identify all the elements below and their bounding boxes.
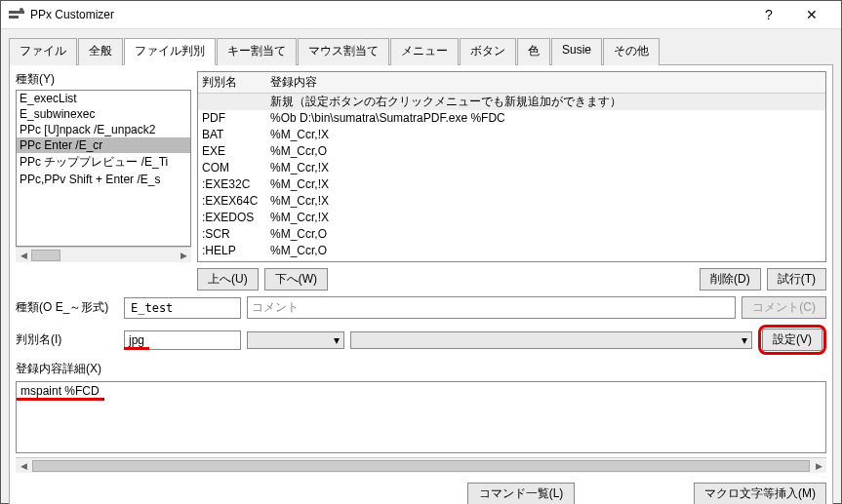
name-field-label: 判別名(I) — [16, 331, 118, 348]
grid-row[interactable]: BAT%M_Ccr,!X — [198, 127, 825, 143]
kind-input[interactable] — [124, 297, 241, 319]
setting-button[interactable]: 設定(V) — [762, 329, 822, 351]
tab-9[interactable]: その他 — [603, 38, 660, 65]
list-item[interactable]: PPc,PPv Shift + Enter /E_s — [17, 172, 190, 187]
list-item[interactable]: PPc [U]npack /E_unpack2 — [17, 122, 190, 137]
kind-listbox[interactable]: E_execListE_subwinexecPPc [U]npack /E_un… — [16, 90, 191, 247]
grid-row[interactable]: EXE%M_Ccr,O — [198, 143, 825, 160]
up-button[interactable]: 上へ(U) — [197, 268, 259, 291]
titlebar: PPx Customizer ? ✕ — [1, 1, 841, 29]
tab-0[interactable]: ファイル — [9, 38, 77, 65]
svg-rect-1 — [9, 16, 19, 19]
comment-input[interactable]: コメント — [247, 296, 736, 319]
value-dropdown[interactable]: ▾ — [350, 331, 752, 349]
grid-row[interactable]: PDF%Ob D:\bin\sumatra\SumatraPDF.exe %FD… — [198, 110, 825, 127]
kind-list-label: 種類(Y) — [16, 71, 191, 88]
kind-field-label: 種類(O E_～形式) — [16, 299, 118, 316]
list-item[interactable]: E_execList — [17, 91, 190, 106]
grid-row[interactable]: .%M_Ccr,!V — [198, 259, 825, 262]
window-title: PPx Customizer — [30, 8, 747, 21]
grid-row[interactable]: :EXEDOS%M_Ccr,!X — [198, 210, 825, 226]
list-item[interactable]: PPc チッププレビュー /E_Ti — [17, 153, 190, 172]
detail-textarea[interactable]: mspaint %FCD — [16, 381, 826, 453]
name-input[interactable]: jpg — [124, 330, 241, 350]
grid-row[interactable]: COM%M_Ccr,!X — [198, 160, 825, 176]
down-button[interactable]: 下へ(W) — [264, 268, 328, 291]
chevron-down-icon: ▾ — [334, 333, 340, 347]
grid-header-value: 登録内容 — [270, 74, 317, 91]
macro-insert-button[interactable]: マクロ文字等挿入(M) — [694, 483, 826, 504]
tab-1[interactable]: 全般 — [78, 38, 123, 65]
tab-7[interactable]: 色 — [517, 38, 550, 65]
svg-point-2 — [20, 8, 23, 12]
list-item[interactable]: E_subwinexec — [17, 106, 190, 122]
app-icon — [9, 7, 24, 22]
tab-2[interactable]: ファイル判別 — [124, 38, 216, 65]
grid-row[interactable]: :SCR%M_Ccr,O — [198, 226, 825, 243]
textarea-hscrollbar[interactable]: ◀▶ — [16, 457, 826, 473]
type-dropdown[interactable]: ▾ — [247, 331, 344, 349]
definition-grid[interactable]: 判別名 登録内容 新規（設定ボタンの右クリックメニューでも新規追加ができます）P… — [197, 71, 826, 262]
left-list-hscrollbar[interactable]: ◀▶ — [16, 247, 191, 262]
comment-button: コメント(C) — [742, 296, 826, 319]
grid-row[interactable]: :EXEX64C%M_Ccr,!X — [198, 193, 825, 210]
grid-header: 判別名 登録内容 — [198, 72, 825, 94]
list-item[interactable]: PPc Enter /E_cr — [17, 137, 190, 153]
grid-header-name: 判別名 — [202, 74, 270, 91]
delete-button[interactable]: 削除(D) — [700, 268, 761, 291]
grid-row[interactable]: 新規（設定ボタンの右クリックメニューでも新規追加ができます） — [198, 94, 825, 110]
tab-strip: ファイル全般ファイル判別キー割当てマウス割当てメニューボタン色Susieその他 — [1, 29, 841, 64]
test-button[interactable]: 試行(T) — [767, 268, 826, 291]
grid-row[interactable]: :HELP%M_Ccr,O — [198, 243, 825, 259]
close-button[interactable]: ✕ — [790, 1, 833, 28]
grid-row[interactable]: :EXE32C%M_Ccr,!X — [198, 176, 825, 193]
tab-5[interactable]: メニュー — [390, 38, 459, 65]
command-list-button[interactable]: コマンド一覧(L) — [467, 483, 575, 504]
help-button[interactable]: ? — [747, 1, 790, 28]
detail-field-label: 登録内容詳細(X) — [16, 361, 101, 377]
tab-3[interactable]: キー割当て — [217, 38, 297, 65]
chevron-down-icon: ▾ — [742, 333, 747, 347]
tab-4[interactable]: マウス割当て — [298, 38, 389, 65]
tab-8[interactable]: Susie — [551, 38, 602, 65]
tab-6[interactable]: ボタン — [460, 38, 516, 65]
